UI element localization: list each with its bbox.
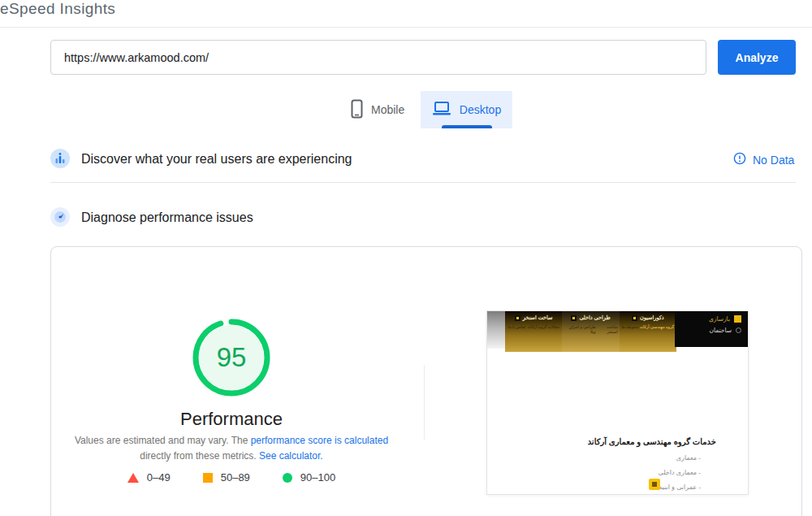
gauge-preview-divider	[424, 365, 425, 440]
brand-circle-icon	[736, 327, 741, 333]
menu-column-title: ساخت استخر	[523, 314, 553, 321]
disclaimer-text-1: Values are estimated and may vary. The	[75, 435, 251, 446]
fail-triangle-icon	[127, 473, 139, 483]
preview-mega-menu: دکوراسیون گروه مهندسی آرکاند محوطه ها طر…	[505, 311, 676, 352]
service-item: عمرانی و ابنیه	[659, 480, 702, 495]
legend-item-average: 50–89	[203, 471, 250, 483]
menu-arrow-badge-icon	[515, 315, 520, 321]
preview-brand-menu: بازسازی ساختمان	[675, 311, 748, 347]
brand-badge-icon	[734, 315, 741, 323]
diagnose-section-title: Diagnose performance issues	[81, 210, 253, 225]
performance-card: 95 Performance Values are estimated and …	[50, 246, 802, 516]
preview-page-shadow	[487, 311, 505, 349]
no-data-link[interactable]: No Data	[733, 152, 794, 167]
score-legend: 0–49 50–89 90–100	[51, 471, 412, 483]
mobile-icon	[351, 99, 363, 121]
scroll-top-badge-icon	[649, 479, 660, 490]
pass-circle-icon	[283, 473, 292, 483]
legend-item-fail: 0–49	[127, 471, 171, 483]
tab-mobile[interactable]: Mobile	[341, 91, 414, 128]
pagespeed-insights-page: eSpeed Insights Analyze Mobile Desktop	[0, 0, 812, 516]
tab-desktop-label: Desktop	[460, 103, 501, 116]
legend-range-label: 0–49	[147, 471, 171, 483]
performance-category-label: Performance	[51, 409, 412, 430]
performance-score-value: 95	[217, 342, 247, 372]
score-disclaimer: Values are estimated and may vary. The p…	[69, 433, 394, 464]
menu-sub-item: طراحی و اجرای ویلا	[564, 324, 595, 334]
preview-menu-column: دکوراسیون گروه مهندسی آرکاند محوطه ها	[620, 311, 676, 352]
see-calculator-link[interactable]: See calculator.	[259, 450, 323, 462]
legend-range-label: 50–89	[221, 471, 250, 483]
menu-arrow-badge-icon	[571, 315, 577, 321]
legend-item-pass: 90–100	[283, 471, 335, 483]
section-divider	[50, 182, 796, 183]
no-data-label: No Data	[753, 154, 794, 167]
menu-sub-item: ساخت استخر	[596, 324, 618, 334]
active-tab-indicator	[442, 125, 492, 128]
preview-menu-column: طراحی داخلی ساخت استخر طراحی و اجرای ویل…	[562, 311, 619, 352]
analyze-button[interactable]: Analyze	[718, 40, 796, 75]
brand-line-2: ساختمان	[709, 327, 732, 334]
preview-services-heading: خدمات گروه مهندسی و معماری آرکاند	[588, 437, 716, 446]
tab-mobile-label: Mobile	[371, 103, 404, 116]
diagnose-gauge-icon	[50, 207, 70, 227]
service-item: معماری	[659, 451, 702, 466]
menu-column-title: دکوراسیون	[640, 314, 664, 321]
service-item: معماری داخلی	[659, 466, 702, 480]
preview-services-list: معماری معماری داخلی عمرانی و ابنیه ساخت …	[659, 451, 702, 495]
brand-line-1: بازسازی	[709, 315, 730, 323]
menu-sub-item: تماس با ما	[508, 324, 525, 329]
menu-sub-item: مقالات گروه آرکاند	[528, 324, 559, 329]
field-data-section-title: Discover what your real users are experi…	[81, 152, 352, 167]
preview-menu-column: ساخت استخر مقالات گروه آرکاند تماس با ما	[505, 311, 562, 352]
disclaimer-text-2: directly from these metrics.	[140, 450, 259, 462]
url-input[interactable]	[50, 40, 706, 75]
menu-sub-item: گروه مهندسی آرکاند	[640, 324, 674, 329]
performance-score-gauge[interactable]: 95	[192, 319, 270, 397]
info-icon	[733, 152, 746, 167]
menu-arrow-badge-icon	[632, 315, 637, 321]
desktop-icon	[432, 101, 451, 119]
menu-column-title: طراحی داخلی	[579, 314, 610, 321]
average-square-icon	[203, 473, 213, 483]
field-data-chart-icon	[50, 149, 70, 168]
tab-desktop[interactable]: Desktop	[421, 91, 512, 128]
header-divider	[0, 27, 812, 28]
menu-sub-item: محوطه ها	[622, 324, 639, 329]
site-screenshot-preview: دکوراسیون گروه مهندسی آرکاند محوطه ها طر…	[486, 310, 749, 495]
page-title: eSpeed Insights	[0, 0, 115, 18]
legend-range-label: 90–100	[300, 471, 335, 483]
score-calc-link[interactable]: performance score is calculated	[251, 435, 388, 446]
